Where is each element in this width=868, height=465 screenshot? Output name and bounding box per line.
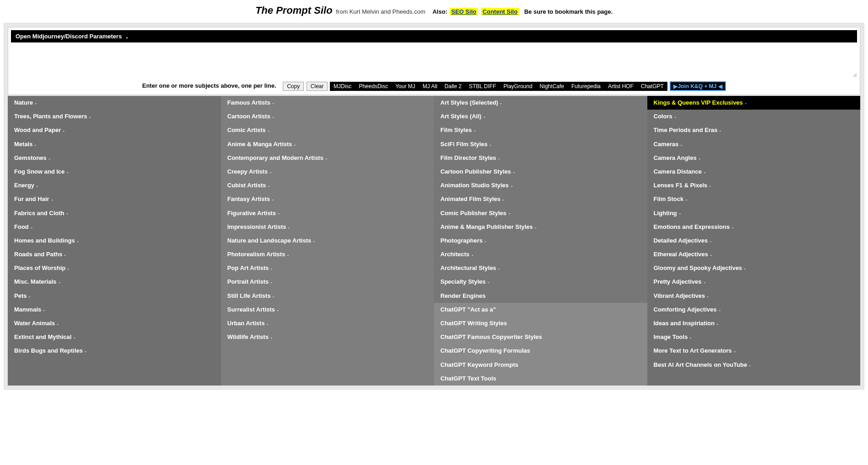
category-item[interactable]: Kings & Queens VIP Exclusives⌄ bbox=[647, 96, 861, 110]
category-item[interactable]: Birds Bugs and Reptiles⌄ bbox=[8, 344, 221, 358]
category-item[interactable]: Places of Worship⌄ bbox=[8, 261, 221, 275]
category-item[interactable]: Nature⌄ bbox=[8, 96, 221, 110]
params-toggle-bar[interactable]: Open Midjourney/Discord Parameters ⌄ bbox=[11, 30, 857, 42]
category-item[interactable]: Surrealist Artists⌄ bbox=[221, 303, 434, 317]
category-item[interactable]: Detailed Adjectives⌄ bbox=[647, 234, 861, 248]
category-item[interactable]: Comforting Adjectives⌄ bbox=[647, 303, 861, 317]
category-item[interactable]: Roads and Paths⌄ bbox=[8, 248, 221, 261]
category-item[interactable]: More Text to Art Generators⌄ bbox=[647, 344, 861, 358]
category-item[interactable]: Creepy Artists⌄ bbox=[221, 165, 434, 179]
category-item[interactable]: Fabrics and Cloth⌄ bbox=[8, 206, 221, 220]
category-item[interactable]: Food⌄ bbox=[8, 220, 221, 234]
toolbar-link[interactable]: MJDisc bbox=[330, 82, 355, 91]
category-item[interactable]: Lenses F1 & Pixels⌄ bbox=[647, 179, 861, 192]
category-item-label: Anime & Manga Publisher Styles bbox=[440, 223, 533, 230]
category-item[interactable]: Energy⌄ bbox=[8, 179, 221, 192]
category-item[interactable]: Contemporary and Modern Artists⌄ bbox=[221, 151, 434, 165]
category-item[interactable]: Anime & Manga Artists⌄ bbox=[221, 137, 434, 151]
category-item[interactable]: Anime & Manga Publisher Styles⌄ bbox=[434, 220, 647, 234]
category-item[interactable]: ChatGPT Famous Copywriter Styles⌄ bbox=[434, 330, 647, 344]
category-item[interactable]: Camera Distance⌄ bbox=[647, 165, 861, 179]
category-item[interactable]: Architects⌄ bbox=[434, 248, 647, 261]
category-item[interactable]: Pretty Adjectives⌄ bbox=[647, 275, 861, 289]
category-item[interactable]: Gemstones⌄ bbox=[8, 151, 221, 165]
category-item[interactable]: Trees, Plants and Flowers⌄ bbox=[8, 110, 221, 123]
category-item[interactable]: Film Director Styles⌄ bbox=[434, 151, 647, 165]
category-item[interactable]: Pets⌄ bbox=[8, 289, 221, 303]
category-item[interactable]: Time Periods and Eras⌄ bbox=[647, 123, 861, 137]
join-button[interactable]: ▶Join K&Q + MJ ◀ bbox=[670, 81, 725, 91]
category-item[interactable]: Wood and Paper⌄ bbox=[8, 123, 221, 137]
category-item[interactable]: Photographers⌄ bbox=[434, 234, 647, 248]
category-item[interactable]: Fog Snow and Ice⌄ bbox=[8, 165, 221, 179]
category-item[interactable]: Best AI Art Channels on YouTube⌄ bbox=[647, 358, 861, 372]
toolbar-link[interactable]: MJ All bbox=[419, 82, 441, 91]
category-item[interactable]: Animated Film Styles⌄ bbox=[434, 192, 647, 206]
category-item[interactable]: Camera Angles⌄ bbox=[647, 151, 861, 165]
category-item[interactable]: Comic Artists⌄ bbox=[221, 123, 434, 137]
category-item[interactable]: Cameras⌄ bbox=[647, 137, 861, 151]
toolbar-link[interactable]: PheedsDisc bbox=[355, 82, 392, 91]
category-item[interactable]: Cartoon Artists⌄ bbox=[221, 110, 434, 123]
category-item[interactable]: ChatGPT Copywriting Formulas⌄ bbox=[434, 344, 647, 358]
category-item[interactable]: Mammals⌄ bbox=[8, 303, 221, 317]
copy-button[interactable]: Copy bbox=[283, 82, 304, 91]
category-item[interactable]: ChatGPT "Act as a"⌄ bbox=[434, 303, 647, 317]
category-item[interactable]: Fantasy Artists⌄ bbox=[221, 192, 434, 206]
category-item[interactable]: Art Styles (Selected)⌄ bbox=[434, 96, 647, 110]
category-item[interactable]: Urban Artists⌄ bbox=[221, 317, 434, 330]
category-item[interactable]: Film Styles⌄ bbox=[434, 123, 647, 137]
category-item[interactable]: Water Animals⌄ bbox=[8, 317, 221, 330]
category-item[interactable]: ChatGPT Keyword Prompts⌄ bbox=[434, 358, 647, 372]
category-item[interactable]: Homes and Buildings⌄ bbox=[8, 234, 221, 248]
category-item[interactable]: Gloomy and Spooky Adjectives⌄ bbox=[647, 261, 861, 275]
category-item[interactable]: Specialty Styles⌄ bbox=[434, 275, 647, 289]
content-silo-link[interactable]: Content Silo bbox=[481, 8, 519, 16]
toolbar-link[interactable]: Dalle 2 bbox=[441, 82, 465, 91]
category-item[interactable]: Cubist Artists⌄ bbox=[221, 179, 434, 192]
category-item[interactable]: Colors⌄ bbox=[647, 110, 861, 123]
category-item[interactable]: Art Styles (All)⌄ bbox=[434, 110, 647, 123]
toolbar-link[interactable]: Artist HOF bbox=[604, 82, 637, 91]
category-item[interactable]: Emotions and Expressions⌄ bbox=[647, 220, 861, 234]
category-item[interactable]: Cartoon Publisher Styles⌄ bbox=[434, 165, 647, 179]
category-item[interactable]: Famous Artists⌄ bbox=[221, 96, 434, 110]
category-item[interactable]: ChatGPT Writing Styles⌄ bbox=[434, 317, 647, 330]
toolbar-link[interactable]: ChatGPT bbox=[637, 82, 667, 91]
category-item[interactable]: Wildlife Artists⌄ bbox=[221, 330, 434, 344]
category-item[interactable]: ChatGPT Text Tools⌄ bbox=[434, 372, 647, 386]
category-item[interactable]: Render Engines⌄ bbox=[434, 289, 647, 303]
category-item[interactable]: Portrait Artists⌄ bbox=[221, 275, 434, 289]
category-item[interactable]: Image Tools⌄ bbox=[647, 330, 861, 344]
category-item-label: Fantasy Artists bbox=[228, 196, 270, 202]
category-item[interactable]: Extinct and Mythical⌄ bbox=[8, 330, 221, 344]
category-item[interactable]: Architectural Styles⌄ bbox=[434, 261, 647, 275]
category-item[interactable]: Ethereal Adjectives⌄ bbox=[647, 248, 861, 261]
category-item[interactable]: Fur and Hair⌄ bbox=[8, 192, 221, 206]
category-item[interactable]: Animation Studio Styles⌄ bbox=[434, 179, 647, 192]
toolbar-link[interactable]: STBL DIFF bbox=[465, 82, 500, 91]
category-item[interactable]: Nature and Landscape Artists⌄ bbox=[221, 234, 434, 248]
clear-button[interactable]: Clear bbox=[307, 82, 328, 91]
category-item[interactable]: Pop Art Artists⌄ bbox=[221, 261, 434, 275]
category-item[interactable]: Vibrant Adjectives⌄ bbox=[647, 289, 861, 303]
prompt-textarea[interactable] bbox=[11, 44, 857, 77]
chevron-down-icon: ⌄ bbox=[471, 253, 474, 257]
category-item[interactable]: Photorealism Artists⌄ bbox=[221, 248, 434, 261]
category-item[interactable]: Comic Publisher Styles⌄ bbox=[434, 206, 647, 220]
category-item[interactable]: Misc. Materials⌄ bbox=[8, 275, 221, 289]
category-item[interactable]: SciFi Film Styles⌄ bbox=[434, 137, 647, 151]
category-item[interactable]: Figurative Artists⌄ bbox=[221, 206, 434, 220]
toolbar-link[interactable]: NightCafe bbox=[536, 82, 567, 91]
seo-silo-link[interactable]: SEO Silo bbox=[450, 8, 478, 16]
category-item[interactable]: Film Stock⌄ bbox=[647, 192, 861, 206]
category-item[interactable]: Still Life Artists⌄ bbox=[221, 289, 434, 303]
category-item[interactable]: Metals⌄ bbox=[8, 137, 221, 151]
toolbar-link[interactable]: PlayGround bbox=[500, 82, 536, 91]
category-item[interactable]: Ideas and Inspiriation⌄ bbox=[647, 317, 861, 330]
category-item[interactable]: Lighting⌄ bbox=[647, 206, 861, 220]
toolbar-link[interactable]: Futurepedia bbox=[568, 82, 604, 91]
category-item-label: Still Life Artists bbox=[228, 292, 271, 299]
toolbar-link[interactable]: Your MJ bbox=[392, 82, 419, 91]
category-item[interactable]: Impressionist Artists⌄ bbox=[221, 220, 434, 234]
